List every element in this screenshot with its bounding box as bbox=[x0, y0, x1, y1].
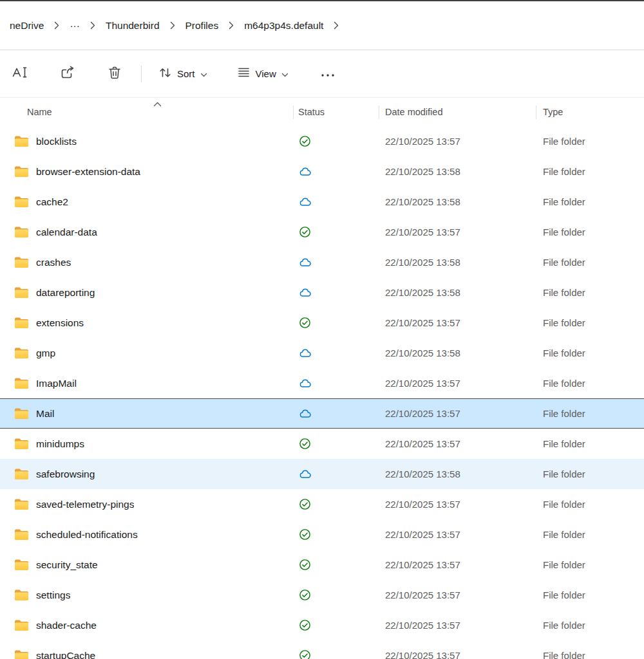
synced-check-circle-icon[interactable] bbox=[299, 528, 311, 541]
chevron-right-icon[interactable] bbox=[334, 21, 339, 30]
date-modified: 22/10/2025 13:58 bbox=[379, 469, 536, 479]
column-header-type[interactable]: Type bbox=[536, 107, 644, 117]
file-name: minidumps bbox=[36, 438, 84, 450]
file-name: startupCache bbox=[36, 650, 95, 659]
file-row[interactable]: settings 22/10/2025 13:57 File folder bbox=[0, 580, 644, 610]
synced-check-circle-icon[interactable] bbox=[299, 619, 311, 631]
cloud-online-only-icon[interactable] bbox=[299, 348, 312, 358]
file-row[interactable]: safebrowsing 22/10/2025 13:58 File folde… bbox=[0, 459, 644, 489]
folder-icon bbox=[14, 619, 29, 631]
file-name: browser-extension-data bbox=[36, 166, 140, 178]
more-options-button[interactable] bbox=[313, 60, 343, 88]
file-type: File folder bbox=[536, 257, 644, 268]
chevron-right-icon[interactable] bbox=[229, 21, 234, 30]
view-button[interactable]: View bbox=[231, 61, 295, 86]
cloud-online-only-icon[interactable] bbox=[299, 197, 312, 207]
file-row[interactable]: Mail 22/10/2025 13:57 File folder bbox=[0, 398, 644, 429]
cloud-online-only-icon[interactable] bbox=[299, 469, 312, 479]
file-row[interactable]: calendar-data 22/10/2025 13:57 File fold… bbox=[0, 217, 644, 247]
cloud-online-only-icon[interactable] bbox=[299, 409, 312, 418]
file-row[interactable]: crashes 22/10/2025 13:58 File folder bbox=[0, 247, 644, 277]
date-modified: 22/10/2025 13:57 bbox=[379, 378, 536, 389]
file-row[interactable]: startupCache 22/10/2025 13:57 File folde… bbox=[0, 640, 644, 659]
folder-icon bbox=[14, 317, 29, 329]
rename-icon bbox=[12, 66, 28, 82]
date-modified: 22/10/2025 13:57 bbox=[379, 529, 536, 540]
folder-icon bbox=[14, 438, 29, 450]
folder-icon bbox=[14, 468, 29, 480]
file-type: File folder bbox=[536, 227, 644, 237]
file-row[interactable]: datareporting 22/10/2025 13:58 File fold… bbox=[0, 277, 644, 308]
breadcrumb-item[interactable]: ··· bbox=[61, 15, 88, 36]
date-modified: 22/10/2025 13:58 bbox=[379, 196, 536, 207]
column-header-name[interactable]: Name bbox=[0, 107, 293, 117]
folder-icon bbox=[14, 377, 29, 389]
sort-icon bbox=[158, 67, 172, 81]
breadcrumb: neDrive ··· Thunderbird Profiles m64p3p4… bbox=[0, 1, 644, 50]
file-type: File folder bbox=[536, 620, 644, 631]
rename-button[interactable] bbox=[5, 60, 34, 88]
file-type: File folder bbox=[536, 469, 644, 479]
toolbar-divider bbox=[141, 66, 142, 82]
chevron-right-icon[interactable] bbox=[170, 21, 175, 30]
column-header-date-modified[interactable]: Date modified bbox=[379, 107, 536, 117]
file-row[interactable]: security_state 22/10/2025 13:57 File fol… bbox=[0, 550, 644, 580]
date-modified: 22/10/2025 13:58 bbox=[379, 287, 536, 298]
date-modified: 22/10/2025 13:57 bbox=[379, 589, 536, 600]
sort-label: Sort bbox=[177, 68, 195, 79]
folder-icon bbox=[14, 226, 29, 238]
file-type: File folder bbox=[536, 589, 644, 600]
share-icon bbox=[60, 66, 75, 82]
chevron-down-icon bbox=[200, 68, 207, 80]
synced-check-circle-icon[interactable] bbox=[299, 226, 311, 238]
file-row[interactable]: blocklists 22/10/2025 13:57 File folder bbox=[0, 126, 644, 156]
file-row[interactable]: cache2 22/10/2025 13:58 File folder bbox=[0, 187, 644, 217]
file-name: crashes bbox=[36, 257, 71, 268]
date-modified: 22/10/2025 13:57 bbox=[379, 408, 536, 419]
synced-check-circle-icon[interactable] bbox=[299, 559, 311, 571]
cloud-online-only-icon[interactable] bbox=[299, 378, 312, 388]
file-row[interactable]: scheduled-notifications 22/10/2025 13:57… bbox=[0, 519, 644, 550]
share-button[interactable] bbox=[53, 60, 82, 88]
file-name: extensions bbox=[36, 317, 84, 329]
synced-check-circle-icon[interactable] bbox=[299, 135, 311, 147]
cloud-online-only-icon[interactable] bbox=[299, 288, 312, 297]
date-modified: 22/10/2025 13:57 bbox=[379, 650, 536, 659]
breadcrumb-item[interactable]: neDrive bbox=[1, 15, 52, 36]
cloud-online-only-icon[interactable] bbox=[299, 257, 312, 267]
synced-check-circle-icon[interactable] bbox=[299, 438, 311, 450]
file-name: blocklists bbox=[36, 136, 77, 147]
breadcrumb-item[interactable]: Profiles bbox=[177, 15, 227, 36]
column-header-status[interactable]: Status bbox=[293, 107, 379, 117]
synced-check-circle-icon[interactable] bbox=[299, 589, 311, 601]
file-list: blocklists 22/10/2025 13:57 File folder … bbox=[0, 126, 644, 659]
file-row[interactable]: ImapMail 22/10/2025 13:57 File folder bbox=[0, 368, 644, 398]
breadcrumb-item[interactable]: m64p3p4s.default bbox=[236, 15, 332, 36]
delete-button[interactable] bbox=[101, 60, 128, 88]
file-row[interactable]: saved-telemetry-pings 22/10/2025 13:57 F… bbox=[0, 489, 644, 519]
chevron-right-icon[interactable] bbox=[54, 21, 59, 30]
file-row[interactable]: shader-cache 22/10/2025 13:57 File folde… bbox=[0, 610, 644, 640]
folder-icon bbox=[14, 135, 29, 147]
synced-check-circle-icon[interactable] bbox=[299, 498, 311, 510]
synced-check-circle-icon[interactable] bbox=[299, 649, 311, 659]
folder-icon bbox=[14, 196, 29, 208]
file-name: settings bbox=[36, 589, 70, 601]
file-type: File folder bbox=[536, 196, 644, 207]
file-name: cache2 bbox=[36, 196, 68, 208]
file-name: ImapMail bbox=[36, 378, 77, 389]
file-row[interactable]: extensions 22/10/2025 13:57 File folder bbox=[0, 308, 644, 338]
file-row[interactable]: minidumps 22/10/2025 13:57 File folder bbox=[0, 429, 644, 459]
file-row[interactable]: browser-extension-data 22/10/2025 13:58 … bbox=[0, 156, 644, 187]
sort-button[interactable]: Sort bbox=[152, 61, 214, 87]
synced-check-circle-icon[interactable] bbox=[299, 317, 311, 329]
folder-icon bbox=[14, 165, 29, 178]
breadcrumb-item[interactable]: Thunderbird bbox=[97, 15, 168, 36]
file-type: File folder bbox=[536, 650, 644, 659]
date-modified: 22/10/2025 13:57 bbox=[379, 136, 536, 147]
column-divider bbox=[293, 106, 294, 119]
cloud-online-only-icon[interactable] bbox=[299, 167, 312, 176]
chevron-right-icon[interactable] bbox=[90, 21, 95, 30]
folder-icon bbox=[14, 528, 29, 541]
file-row[interactable]: gmp 22/10/2025 13:58 File folder bbox=[0, 338, 644, 368]
